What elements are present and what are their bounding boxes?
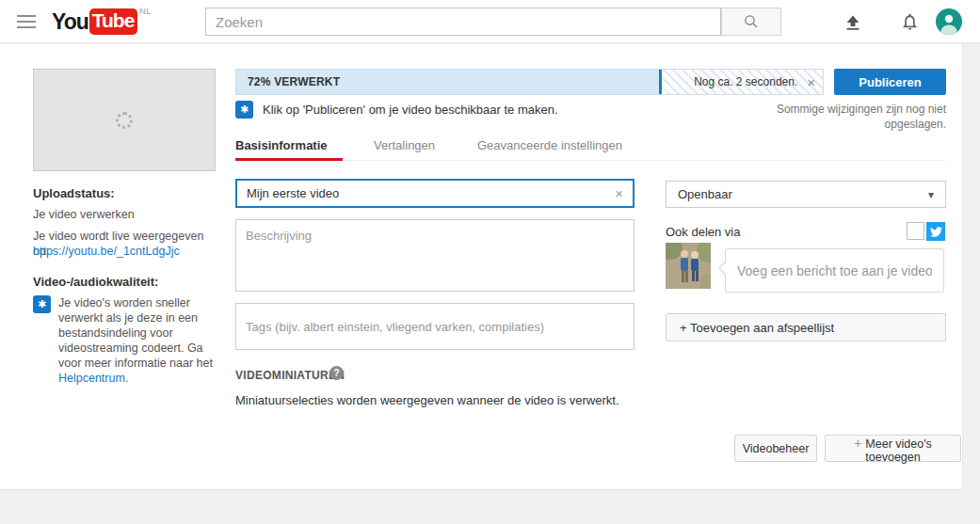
title-field-wrapper: × — [235, 179, 635, 208]
add-more-videos-button[interactable]: +Meer video's toevoegen — [825, 435, 961, 462]
star-icon: ✱ — [33, 295, 51, 313]
unsaved-changes-message: Sommige wijzigingen zijn nog niet opgesl… — [739, 102, 946, 132]
chevron-down-icon: ▾ — [928, 188, 945, 201]
quality-text: Je video's worden sneller verwerkt als j… — [58, 295, 220, 386]
video-url-link[interactable]: https://youtu.be/_1cntLdgJjc — [33, 245, 180, 258]
youtube-logo[interactable]: YouTubeNL — [52, 8, 150, 35]
help-icon[interactable]: ? — [329, 366, 344, 380]
upload-status-text: Je video verwerken — [33, 207, 219, 222]
visibility-selected-value: Openbaar — [667, 187, 928, 201]
bubble-pointer-fill — [720, 262, 727, 275]
upload-status-heading: Uploadstatus: — [33, 186, 219, 200]
add-to-playlist-button[interactable]: + Toevoegen aan afspeellijst — [666, 313, 946, 341]
upload-icon[interactable] — [843, 11, 863, 36]
tags-field-wrapper — [235, 303, 635, 350]
share-message-bubble — [725, 248, 944, 293]
search-icon — [743, 13, 760, 30]
avatar[interactable] — [936, 8, 962, 35]
quality-text-period: . — [125, 372, 128, 385]
logo-you: You — [52, 9, 88, 34]
title-input[interactable] — [237, 181, 605, 206]
helpcentrum-link[interactable]: Helpcentrum — [58, 372, 125, 385]
tab-vertalingen[interactable]: Vertalingen — [374, 138, 435, 152]
active-tab-underline — [235, 158, 343, 161]
quality-heading: Video-/audiokwaliteit: — [33, 275, 219, 289]
share-via-label: Ook delen via — [666, 225, 741, 239]
video-manager-button[interactable]: Videobeheer — [734, 435, 817, 462]
publish-button[interactable]: Publiceren — [834, 69, 946, 95]
search-box — [205, 8, 721, 36]
twitter-icon[interactable] — [926, 222, 945, 241]
publish-info-message: Klik op 'Publiceren' om je video beschik… — [263, 103, 558, 117]
thumbnails-heading: VIDEOMINIATUREN — [235, 369, 345, 382]
eta-label: Nog ca. 2 seconden. — [694, 75, 797, 88]
menu-icon[interactable] — [17, 15, 36, 28]
tab-basisinformatie[interactable]: Basisinformatie — [235, 138, 328, 152]
clear-title-icon[interactable]: × — [605, 185, 633, 201]
plus-icon: + — [854, 436, 861, 451]
visibility-dropdown[interactable]: Openbaar ▾ — [666, 181, 946, 208]
video-thumbnail-placeholder — [33, 69, 216, 171]
thumbnails-note: Miniatuurselecties worden weergegeven wa… — [235, 393, 619, 407]
spinner-icon — [116, 112, 133, 129]
tags-input[interactable] — [236, 304, 634, 349]
share-thumbnail-image — [666, 243, 711, 289]
search-input[interactable] — [206, 8, 720, 35]
add-more-videos-label: Meer video's toevoegen — [865, 437, 932, 464]
quality-text-body: Je video's worden sneller verwerkt als j… — [58, 296, 213, 370]
progress-eta-stripes: Nog ca. 2 seconden. × — [662, 70, 823, 94]
close-icon[interactable]: × — [807, 75, 815, 89]
progress-fill: 72% VERWERKT — [236, 70, 659, 94]
progress-label: 72% VERWERKT — [248, 75, 340, 88]
twitter-share-checkbox[interactable] — [907, 222, 924, 240]
logo-tube: Tube — [89, 8, 138, 35]
description-field-wrapper — [235, 219, 635, 292]
description-textarea[interactable] — [236, 220, 634, 291]
star-icon: ✱ — [235, 101, 253, 119]
logo-region: NL — [139, 7, 152, 16]
bell-icon[interactable] — [900, 11, 920, 36]
progress-bar: 72% VERWERKT Nog ca. 2 seconden. × — [235, 69, 824, 95]
share-message-input[interactable] — [726, 249, 943, 292]
tab-geavanceerde-instellingen[interactable]: Geavanceerde instellingen — [477, 138, 622, 152]
search-button[interactable] — [721, 8, 781, 36]
top-bar: YouTubeNL — [0, 0, 980, 43]
upload-panel: 72% VERWERKT Nog ca. 2 seconden. × Publi… — [0, 44, 963, 490]
